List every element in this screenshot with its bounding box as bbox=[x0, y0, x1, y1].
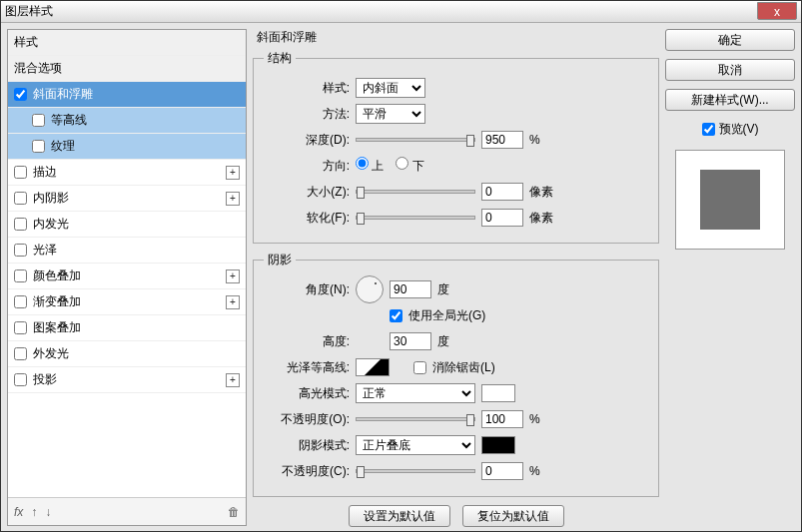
style-select[interactable]: 内斜面 bbox=[356, 78, 425, 98]
depth-label: 深度(D): bbox=[264, 132, 350, 149]
window-title: 图层样式 bbox=[5, 3, 53, 20]
highlight-opacity-input[interactable] bbox=[481, 410, 523, 428]
size-input[interactable] bbox=[481, 183, 523, 201]
drop-shadow-checkbox[interactable] bbox=[14, 373, 27, 386]
trash-icon[interactable]: 🗑 bbox=[228, 505, 240, 519]
direction-up[interactable]: 上 bbox=[356, 157, 384, 175]
direction-down[interactable]: 下 bbox=[396, 157, 423, 175]
add-icon[interactable]: + bbox=[226, 373, 240, 387]
ok-button[interactable]: 确定 bbox=[665, 29, 795, 51]
pattern-overlay-checkbox[interactable] bbox=[14, 321, 27, 334]
depth-slider[interactable] bbox=[356, 138, 475, 142]
gloss-contour-picker[interactable] bbox=[356, 358, 390, 376]
global-light-label: 使用全局光(G) bbox=[408, 307, 485, 324]
satin-checkbox[interactable] bbox=[14, 244, 27, 257]
shadow-opacity-slider[interactable] bbox=[356, 469, 475, 473]
sidebar-header-blend[interactable]: 混合选项 bbox=[8, 56, 246, 82]
highlight-mode-label: 高光模式: bbox=[264, 385, 350, 402]
side-buttons: 确定 取消 新建样式(W)... 预览(V) bbox=[665, 29, 795, 526]
inner-glow-checkbox[interactable] bbox=[14, 218, 27, 231]
reset-default-button[interactable]: 复位为默认值 bbox=[462, 505, 564, 527]
antialias-checkbox[interactable] bbox=[413, 361, 426, 374]
global-light-checkbox[interactable] bbox=[390, 309, 402, 322]
fx-menu[interactable]: fx bbox=[14, 505, 23, 519]
add-icon[interactable]: + bbox=[226, 166, 240, 180]
preview-label: 预览(V) bbox=[719, 121, 759, 138]
default-buttons: 设置为默认值 复位为默认值 bbox=[253, 505, 659, 527]
highlight-color-swatch[interactable] bbox=[481, 384, 515, 402]
sidebar-item-gradient-overlay[interactable]: 渐变叠加 + bbox=[8, 289, 246, 315]
altitude-label: 高度: bbox=[264, 333, 350, 350]
highlight-opacity-slider[interactable] bbox=[356, 417, 475, 421]
technique-label: 方法: bbox=[264, 106, 350, 123]
altitude-input[interactable] bbox=[390, 332, 431, 350]
gradient-overlay-checkbox[interactable] bbox=[14, 295, 27, 308]
highlight-opacity-label: 不透明度(O): bbox=[264, 411, 350, 428]
shadow-opacity-unit: % bbox=[529, 464, 540, 478]
angle-control[interactable] bbox=[356, 275, 384, 303]
panel-title: 斜面和浮雕 bbox=[257, 29, 659, 46]
gloss-label: 光泽等高线: bbox=[264, 359, 350, 376]
make-default-button[interactable]: 设置为默认值 bbox=[349, 505, 450, 527]
structure-group: 结构 样式: 内斜面 方法: 平滑 深度(D): % bbox=[253, 50, 659, 244]
size-slider[interactable] bbox=[356, 190, 475, 194]
bevel-settings: 斜面和浮雕 结构 样式: 内斜面 方法: 平滑 深度(D): bbox=[253, 29, 659, 526]
style-label: 样式: bbox=[264, 80, 350, 97]
sidebar-item-outer-glow[interactable]: 外发光 bbox=[8, 341, 246, 367]
shading-legend: 阴影 bbox=[264, 252, 296, 268]
close-button[interactable]: x bbox=[757, 2, 797, 20]
size-label: 大小(Z): bbox=[264, 184, 350, 201]
preview-box bbox=[675, 150, 785, 250]
stroke-checkbox[interactable] bbox=[14, 166, 27, 179]
sidebar-item-stroke[interactable]: 描边 + bbox=[8, 160, 246, 186]
content: 样式 混合选项 斜面和浮雕 等高线 纹理 描边 + bbox=[1, 23, 801, 532]
sidebar-item-color-overlay[interactable]: 颜色叠加 + bbox=[8, 264, 246, 289]
sidebar-item-bevel[interactable]: 斜面和浮雕 bbox=[8, 82, 246, 108]
highlight-mode-select[interactable]: 正常 bbox=[356, 383, 475, 403]
add-icon[interactable]: + bbox=[226, 192, 240, 206]
angle-input[interactable] bbox=[390, 280, 431, 298]
arrow-down-icon[interactable]: ↓ bbox=[45, 505, 51, 519]
preview-checkbox[interactable] bbox=[702, 123, 715, 136]
soften-slider[interactable] bbox=[356, 216, 475, 220]
depth-unit: % bbox=[529, 133, 540, 147]
angle-unit: 度 bbox=[437, 281, 449, 298]
inner-shadow-checkbox[interactable] bbox=[14, 192, 27, 205]
shadow-opacity-label: 不透明度(C): bbox=[264, 463, 350, 480]
texture-checkbox[interactable] bbox=[32, 140, 45, 153]
technique-select[interactable]: 平滑 bbox=[356, 104, 425, 124]
layer-style-dialog: 图层样式 x 样式 混合选项 斜面和浮雕 等高线 纹理 bbox=[0, 0, 802, 532]
soften-input[interactable] bbox=[481, 209, 523, 227]
sidebar-item-drop-shadow[interactable]: 投影 + bbox=[8, 367, 246, 393]
depth-input[interactable] bbox=[481, 131, 523, 149]
preview-swatch bbox=[700, 170, 760, 230]
cancel-button[interactable]: 取消 bbox=[665, 59, 795, 81]
arrow-up-icon[interactable]: ↑ bbox=[31, 505, 37, 519]
contour-checkbox[interactable] bbox=[32, 114, 45, 127]
color-overlay-checkbox[interactable] bbox=[14, 269, 27, 282]
soften-label: 软化(F): bbox=[264, 210, 350, 227]
soften-unit: 像素 bbox=[529, 210, 553, 227]
sidebar-item-texture[interactable]: 纹理 bbox=[8, 134, 246, 160]
add-icon[interactable]: + bbox=[226, 269, 240, 283]
shadow-color-swatch[interactable] bbox=[481, 436, 515, 454]
shadow-opacity-input[interactable] bbox=[481, 462, 523, 480]
new-style-button[interactable]: 新建样式(W)... bbox=[665, 89, 795, 111]
angle-label: 角度(N): bbox=[264, 281, 350, 298]
sidebar-item-contour[interactable]: 等高线 bbox=[8, 108, 246, 134]
sidebar-item-satin[interactable]: 光泽 bbox=[8, 238, 246, 264]
sidebar-footer: fx ↑ ↓ 🗑 bbox=[8, 497, 246, 525]
titlebar[interactable]: 图层样式 x bbox=[1, 1, 801, 23]
shadow-mode-select[interactable]: 正片叠底 bbox=[356, 435, 475, 455]
sidebar-item-inner-glow[interactable]: 内发光 bbox=[8, 212, 246, 238]
styles-sidebar: 样式 混合选项 斜面和浮雕 等高线 纹理 描边 + bbox=[7, 29, 247, 526]
sidebar-item-inner-shadow[interactable]: 内阴影 + bbox=[8, 186, 246, 212]
antialias-label: 消除锯齿(L) bbox=[432, 359, 495, 376]
add-icon[interactable]: + bbox=[226, 295, 240, 309]
outer-glow-checkbox[interactable] bbox=[14, 347, 27, 360]
sidebar-item-pattern-overlay[interactable]: 图案叠加 bbox=[8, 315, 246, 341]
bevel-checkbox[interactable] bbox=[14, 88, 27, 101]
sidebar-header-styles[interactable]: 样式 bbox=[8, 30, 246, 56]
shading-group: 阴影 角度(N): 度 使用全局光(G) 高度: bbox=[253, 252, 659, 497]
structure-legend: 结构 bbox=[264, 50, 296, 67]
